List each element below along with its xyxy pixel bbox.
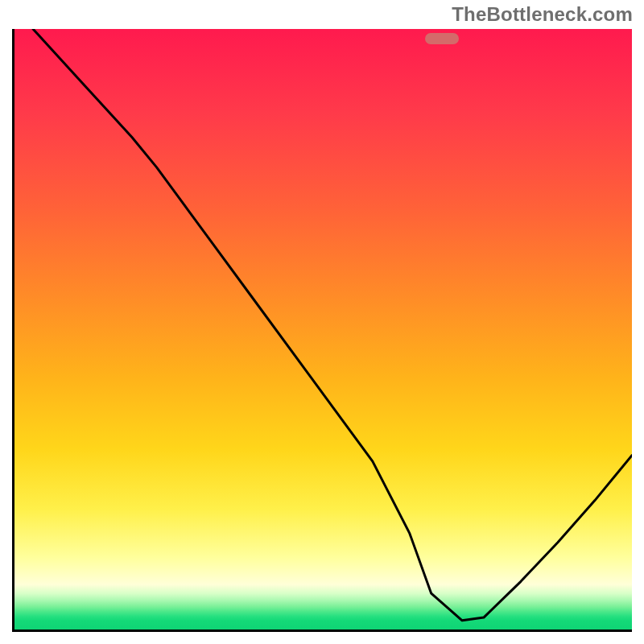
valley-marker (425, 33, 459, 44)
figure-stage: TheBottleneck.com (0, 0, 644, 644)
bottleneck-curve (33, 29, 632, 621)
plot-area (12, 29, 632, 632)
curve-layer (14, 29, 632, 630)
watermark-text: TheBottleneck.com (452, 3, 633, 26)
